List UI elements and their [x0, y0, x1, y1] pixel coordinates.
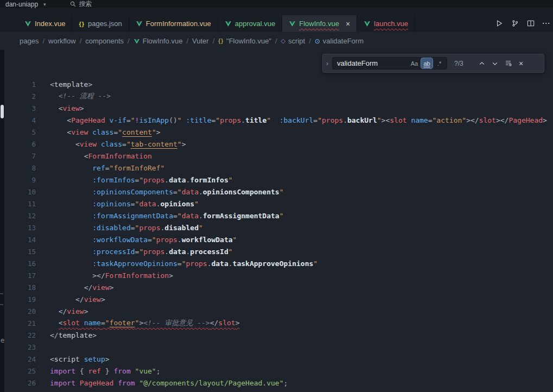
- breadcrumb-item-script[interactable]: ◇script: [281, 37, 306, 45]
- code-text[interactable]: :processId="props.data.processId": [50, 248, 233, 256]
- line-number[interactable]: 7: [0, 152, 36, 160]
- code-text[interactable]: <FormInformation: [50, 152, 152, 160]
- line-number[interactable]: 6: [0, 140, 36, 148]
- breadcrumb-item-flowinfo-vue[interactable]: FlowInfo.vue: [134, 37, 183, 45]
- line-number[interactable]: 18: [0, 283, 36, 292]
- code-text[interactable]: </view>: [50, 307, 88, 315]
- line-number[interactable]: 10: [0, 188, 36, 196]
- line-number[interactable]: 23: [0, 343, 36, 351]
- breadcrumb-separator: /: [80, 37, 82, 45]
- tab-index-vue[interactable]: Index.vue: [18, 15, 72, 32]
- line-number[interactable]: 16: [0, 260, 36, 268]
- code-line: 19 </view>: [0, 293, 553, 305]
- breadcrumb-label: FlowInfo.vue: [143, 37, 183, 45]
- tab-pages-json[interactable]: {}pages.json: [72, 15, 129, 32]
- tab-label: FlowInfo.vue: [299, 20, 339, 28]
- line-number[interactable]: 24: [0, 355, 36, 363]
- code-text[interactable]: :taskApproveOpinions="props.data.taskApp…: [50, 260, 317, 268]
- code-text[interactable]: <view>: [50, 104, 84, 112]
- code-line: 16 :taskApproveOpinions="props.data.task…: [0, 257, 553, 269]
- line-number[interactable]: 12: [0, 212, 36, 220]
- code-text[interactable]: :opinionsComponents="data.opinionsCompon…: [50, 188, 284, 196]
- line-number[interactable]: 5: [0, 128, 36, 136]
- line-number[interactable]: 4: [0, 116, 36, 124]
- line-number[interactable]: 14: [0, 236, 36, 244]
- breadcrumb-label: workflow: [48, 37, 76, 45]
- find-match-count: ?/3: [454, 60, 475, 67]
- breadcrumb-item--flowinfo-vue-[interactable]: {}"FlowInfo.vue": [218, 37, 271, 45]
- code-line: 10 :opinionsComponents="data.opinionsCom…: [0, 186, 553, 198]
- code-text[interactable]: :opinions="data.opinions": [50, 200, 199, 208]
- code-text[interactable]: :workflowData="props.workflowData": [50, 236, 237, 244]
- line-number[interactable]: 25: [0, 367, 36, 375]
- code-text[interactable]: <view class="tab-content">: [50, 140, 186, 148]
- line-number[interactable]: 15: [0, 248, 36, 256]
- breadcrumb-item-validateform[interactable]: ⊙validateForm: [315, 37, 364, 45]
- code-text[interactable]: </view>: [50, 295, 105, 304]
- code-text[interactable]: :formInfos="props.data.formInfos": [50, 176, 233, 184]
- tab-approval-vue[interactable]: approval.vue: [218, 15, 282, 32]
- line-number[interactable]: 22: [0, 331, 36, 339]
- code-line: 15 :processId="props.data.processId": [0, 245, 553, 257]
- code-line: 3 <view>: [0, 102, 553, 114]
- split-editor-icon[interactable]: [526, 19, 535, 28]
- more-icon[interactable]: ···: [542, 19, 551, 28]
- line-number[interactable]: 13: [0, 224, 36, 232]
- workspace-menu[interactable]: dan-uniapp ▾: [5, 1, 46, 8]
- breadcrumb-item-workflow[interactable]: workflow: [48, 37, 76, 45]
- line-number[interactable]: 19: [0, 295, 36, 304]
- code-text[interactable]: <view class="content">: [50, 128, 161, 136]
- code-text[interactable]: <PageHead v-if="!isInApp()" :title="prop…: [50, 116, 547, 124]
- source-control-icon[interactable]: [511, 19, 519, 28]
- line-number[interactable]: 1: [0, 80, 36, 88]
- tab-forminformation-vue[interactable]: FormInformation.vue: [129, 15, 218, 32]
- line-number[interactable]: 20: [0, 307, 36, 315]
- line-number[interactable]: 26: [0, 379, 36, 387]
- find-in-selection-icon[interactable]: [502, 58, 514, 69]
- line-number[interactable]: 21: [0, 319, 36, 327]
- find-query[interactable]: validateForm: [337, 59, 408, 67]
- code-text[interactable]: </template>: [50, 331, 97, 339]
- next-match-icon[interactable]: [489, 58, 501, 69]
- line-number[interactable]: 9: [0, 176, 36, 184]
- find-options: Aaab.*: [408, 58, 445, 68]
- breadcrumb-item-components[interactable]: components: [85, 37, 124, 45]
- close-tab-icon[interactable]: ×: [346, 20, 350, 28]
- tab-flowinfo-vue[interactable]: FlowInfo.vue×: [282, 15, 357, 32]
- whole-word-toggle[interactable]: ab: [421, 58, 433, 68]
- editor: e 1<template>2 <!-- 流程 -->3 <view>4 <Pag…: [0, 50, 553, 392]
- code-line: 22</template>: [0, 329, 553, 341]
- regex-toggle[interactable]: .*: [434, 58, 445, 68]
- find-input[interactable]: validateForm Aaab.*: [332, 57, 447, 69]
- code-text[interactable]: <slot name="footer"><!-- 审批意见 --></slot>: [50, 318, 239, 328]
- code-text[interactable]: <script setup>: [50, 355, 110, 363]
- code-text[interactable]: <template>: [50, 80, 92, 88]
- regex-label: .*: [437, 60, 441, 67]
- close-find-icon[interactable]: ×: [515, 58, 527, 69]
- code-text[interactable]: :formAssignmentData="data.formAssignment…: [50, 212, 284, 220]
- tab-launch-vue[interactable]: launch.vue: [357, 15, 415, 32]
- titlebar-search[interactable]: 搜索: [70, 0, 92, 9]
- code-line: 25import { ref } from "vue";: [0, 365, 553, 377]
- line-number[interactable]: 2: [0, 92, 36, 100]
- code-text[interactable]: <!-- 流程 -->: [50, 91, 111, 101]
- code-text[interactable]: import PageHead from "@/components/layou…: [50, 379, 288, 387]
- match-case-toggle[interactable]: Aa: [409, 58, 420, 68]
- line-number[interactable]: 3: [0, 104, 36, 112]
- line-number[interactable]: 8: [0, 164, 36, 172]
- vue-file-icon: [225, 20, 232, 27]
- line-number[interactable]: 17: [0, 271, 36, 280]
- code-text[interactable]: import { ref } from "vue";: [50, 367, 161, 375]
- breadcrumb-item-pages[interactable]: pages: [20, 37, 39, 45]
- breadcrumb: pages/workflow/components/FlowInfo.vue/V…: [0, 32, 553, 50]
- code-text[interactable]: :disabled="props.disabled": [50, 224, 203, 232]
- toggle-replace-icon[interactable]: ›: [323, 54, 332, 72]
- line-number[interactable]: 11: [0, 200, 36, 208]
- previous-match-icon[interactable]: [476, 58, 488, 69]
- code-text[interactable]: ref="formInfoRef": [50, 164, 164, 172]
- code-text[interactable]: </view>: [50, 283, 113, 292]
- run-icon[interactable]: [495, 19, 504, 28]
- breadcrumb-item-vuter[interactable]: Vuter: [192, 37, 209, 45]
- code-line: 5 <view class="content">: [0, 126, 553, 138]
- code-text[interactable]: ></FormInformation>: [50, 271, 173, 280]
